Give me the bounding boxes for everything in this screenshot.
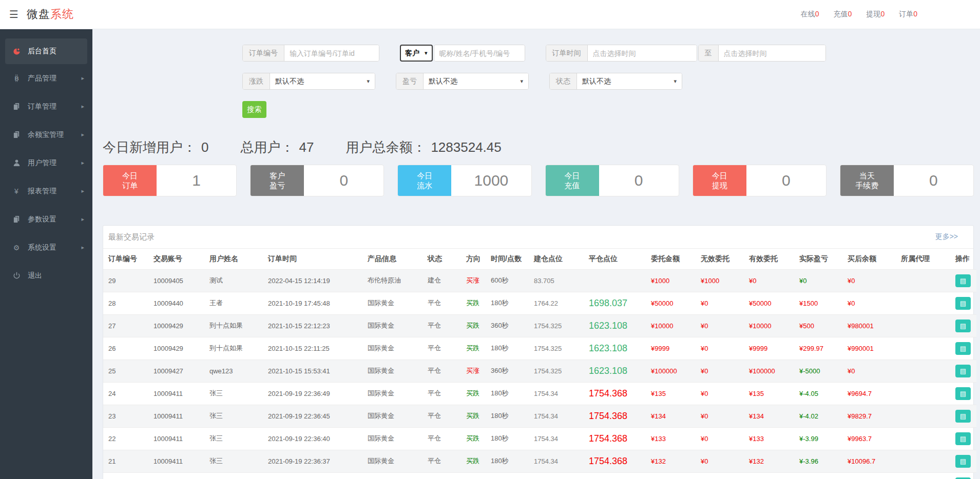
table-row: 2710009429到十点如果2021-10-15 22:12:23国际黄金平仓… (103, 314, 976, 337)
stat-label: 总用户： (240, 139, 294, 155)
sidebar-item-用户管理[interactable]: 用户管理▸ (0, 149, 92, 177)
status-filter: 状态 默认不选 ▾ (549, 73, 682, 90)
row-detail-button[interactable]: ▤ (955, 274, 971, 287)
cell-entrust: ¥1000 (649, 269, 699, 292)
card-value: 1000 (451, 165, 531, 196)
row-detail-button[interactable]: ▤ (955, 410, 971, 423)
cell-status: 平仓 (426, 337, 464, 360)
cell-status: 平仓 (426, 427, 464, 450)
menu-icon[interactable]: ☰ (9, 8, 18, 21)
sidebar-item-后台首页[interactable]: 后台首页 (5, 38, 87, 64)
summary-card-今日提现: 今日提现0 (693, 165, 827, 196)
panel-title: 最新交易记录 (108, 232, 155, 242)
customer-input[interactable] (434, 45, 525, 61)
cell-entrust: ¥134 (649, 405, 699, 427)
header-link-充值[interactable]: 充值0 (834, 10, 852, 19)
copy-icon (11, 131, 22, 138)
cell-status: 平仓 (426, 382, 464, 405)
order-time-from-input[interactable] (588, 45, 697, 61)
status-select-value: 默认不选 (582, 77, 611, 86)
cell-status: 平仓 (426, 292, 464, 314)
filter-bar: 订单编号 客户 ▾ 订单时间 至 涨跌 默认不选 (242, 45, 974, 118)
header-link-订单[interactable]: 订单0 (899, 10, 917, 19)
column-header-方向: 方向 (464, 249, 489, 269)
cell-action: ▤ (953, 472, 976, 479)
cell-action: ▤ (953, 292, 976, 314)
card-label-line: 手续费 (855, 181, 878, 190)
cell-name: 张三 (207, 427, 266, 450)
cell-open: 1754.34 (532, 405, 587, 427)
card-label-line: 提现 (712, 181, 727, 190)
cell-invalid: ¥0 (699, 337, 747, 360)
row-detail-button[interactable]: ▤ (955, 365, 971, 377)
sidebar-item-报表管理[interactable]: ¥报表管理▸ (0, 177, 92, 205)
cell-entrust: ¥132 (649, 450, 699, 472)
row-detail-button[interactable]: ▤ (955, 432, 971, 445)
sidebar-item-退出[interactable]: 退出 (0, 262, 92, 290)
cell-time: 2021-09-19 22:36:45 (266, 405, 366, 427)
summary-card-今日充值: 今日充值0 (545, 165, 679, 196)
profit-loss-select-value: 默认不选 (429, 77, 457, 86)
row-detail-button[interactable]: ▤ (955, 387, 971, 400)
status-select[interactable]: 默认不选 ▾ (577, 73, 682, 89)
row-detail-button[interactable]: ▤ (955, 320, 971, 332)
profit-loss-label: 盈亏 (396, 73, 424, 89)
profit-loss-select[interactable]: 默认不选 ▾ (424, 73, 528, 89)
stat-item: 总用户：47 (240, 138, 314, 156)
cell-duration: 180秒 (489, 292, 532, 314)
cell-balance: ¥0 (846, 269, 899, 292)
rise-fall-select[interactable]: 默认不选 ▾ (270, 73, 375, 89)
cell-direction: 买涨 (464, 269, 489, 292)
card-label-line: 盈亏 (270, 181, 285, 190)
more-link[interactable]: 更多>> (935, 232, 958, 242)
header-link-在线[interactable]: 在线0 (801, 10, 819, 19)
card-label: 今日提现 (693, 165, 746, 196)
header-link-提现[interactable]: 提现0 (866, 10, 885, 19)
column-header-平仓点位: 平仓点位 (587, 249, 649, 269)
cell-close: 1623.108 (587, 360, 649, 382)
cell-profit: ¥-3.93 (797, 472, 846, 479)
order-no-input[interactable] (284, 45, 379, 61)
card-label: 今日流水 (398, 165, 451, 196)
cell-name: qwe123 (207, 360, 266, 382)
sidebar-item-参数设置[interactable]: 参数设置▸ (0, 205, 92, 233)
list-icon: ▤ (960, 412, 966, 420)
header-link-label: 订单 (899, 10, 913, 18)
row-detail-button[interactable]: ▤ (955, 342, 971, 355)
search-button[interactable]: 搜索 (242, 101, 266, 118)
chevron-right-icon: ▸ (81, 244, 84, 251)
chevron-right-icon: ▸ (81, 159, 84, 166)
sidebar-item-产品管理[interactable]: B产品管理▸ (0, 64, 92, 92)
header-link-count: 0 (848, 10, 852, 18)
summary-card-客户盈亏: 客户盈亏0 (250, 165, 384, 196)
cell-open: 1754.34 (532, 450, 587, 472)
cell-product: 国际黄金 (366, 314, 426, 337)
cell-profit: ¥0 (797, 269, 846, 292)
cell-product: 布伦特原油 (366, 269, 426, 292)
sidebar-item-系统设置[interactable]: ⚙系统设置▸ (0, 233, 92, 262)
row-detail-button[interactable]: ▤ (955, 455, 971, 468)
row-detail-button[interactable]: ▤ (955, 297, 971, 310)
sidebar-item-余额宝管理[interactable]: 余额宝管理▸ (0, 121, 92, 149)
cell-direction: 买跌 (464, 450, 489, 472)
cell-name: 到十点如果 (207, 314, 266, 337)
card-label: 今日充值 (546, 165, 599, 196)
header-link-label: 充值 (834, 10, 848, 18)
cell-valid: ¥135 (747, 382, 797, 405)
cell-balance: ¥980001 (846, 314, 899, 337)
svg-text:B: B (14, 75, 18, 82)
cell-invalid: ¥0 (699, 360, 747, 382)
cell-valid: ¥132 (747, 450, 797, 472)
sidebar-item-label: 用户管理 (28, 158, 56, 168)
list-icon: ▤ (960, 300, 966, 307)
cell-no: 26 (103, 337, 151, 360)
column-header-时间/点数: 时间/点数 (489, 249, 532, 269)
order-time-to-input[interactable] (719, 45, 825, 61)
cell-profit: ¥-3.99 (797, 427, 846, 450)
sidebar-item-订单管理[interactable]: 订单管理▸ (0, 92, 92, 121)
cell-valid: ¥133 (747, 427, 797, 450)
cell-close: 1754.368 (587, 427, 649, 450)
cell-time: 2021-09-19 22:36:34 (266, 472, 366, 479)
customer-select[interactable]: 客户 ▾ (400, 45, 433, 62)
cell-invalid: ¥0 (699, 427, 747, 450)
